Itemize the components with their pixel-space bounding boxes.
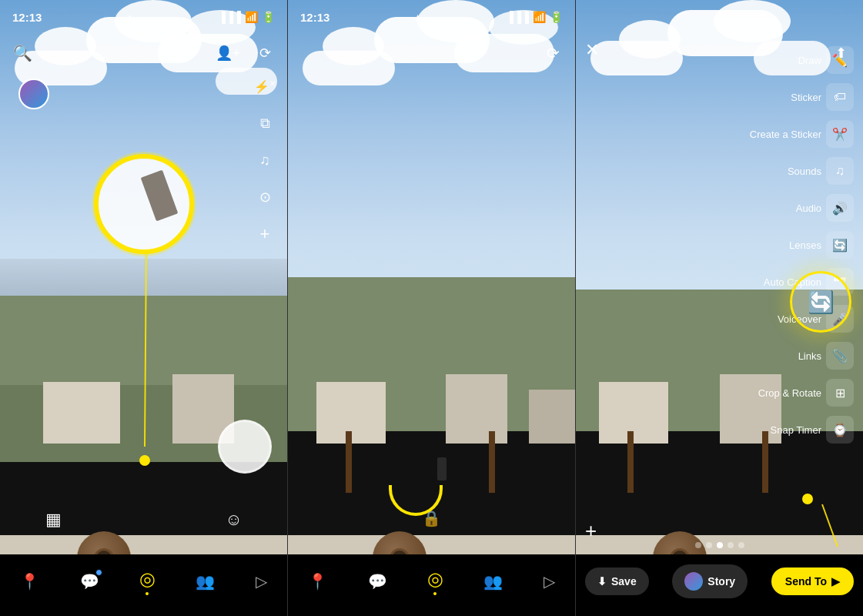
camera-icon-1: ◎ xyxy=(139,568,156,590)
wifi-icon-1: 📶 xyxy=(245,11,258,23)
create-sticker-tool-item[interactable]: Create a Sticker ✂️ xyxy=(750,116,857,152)
add-friend-button[interactable]: 👤+ xyxy=(215,40,241,66)
nav-chat-2[interactable]: 💬 xyxy=(368,572,387,591)
lenses-icon-box: 🔄 xyxy=(826,231,854,259)
music-button[interactable]: ♫ xyxy=(252,147,278,173)
crop-rotate-tool-item[interactable]: Crop & Rotate ⊞ xyxy=(750,375,857,410)
music-icon: ♫ xyxy=(259,152,270,169)
link-icon: 📎 xyxy=(832,349,848,363)
location-arrow-2: ▲ xyxy=(413,12,423,22)
rotate-button-1[interactable]: ⟳ xyxy=(252,40,278,66)
pagination-dots xyxy=(695,542,744,548)
links-icon-box: 📎 xyxy=(826,342,854,370)
nav-camera-2[interactable]: ◎ xyxy=(427,568,443,595)
gallery-button[interactable]: ▦ xyxy=(41,507,67,533)
story-button[interactable]: Story xyxy=(672,564,748,598)
sounds-icon: ♫ xyxy=(835,164,845,178)
dot-5 xyxy=(738,542,744,548)
timer-icon: ⌚ xyxy=(832,423,848,437)
sendto-button[interactable]: Send To ▶ xyxy=(771,567,854,595)
nav-friends-2[interactable]: 👥 xyxy=(483,572,503,591)
friends-icon-2: 👥 xyxy=(483,572,503,591)
nav-location-2[interactable]: 📍 xyxy=(308,572,327,591)
profile-icon-2: ▷ xyxy=(544,572,555,591)
camera-flip-button[interactable]: ⊙ xyxy=(252,184,278,210)
chat-icon-2: 💬 xyxy=(368,572,387,591)
emoji-button[interactable]: ☺ xyxy=(221,507,247,533)
camera-flip-icon: ⊙ xyxy=(259,189,271,206)
flash-button[interactable]: ⚡✕ xyxy=(252,73,278,99)
rotate-button-2[interactable]: ⟳ xyxy=(540,40,566,66)
status-icons-2: ▐▐▐ 📶 🔋 xyxy=(506,11,563,23)
draw-tool-item[interactable]: Draw ✏️ xyxy=(750,42,857,78)
draw-icon: ✏️ xyxy=(832,53,848,68)
camera-icon-2: ◎ xyxy=(427,568,443,590)
plus-button-right[interactable]: + xyxy=(252,221,278,247)
filters-button[interactable]: ⧉ xyxy=(252,110,278,136)
battery-icon-1: 🔋 xyxy=(262,11,275,23)
panel3-bottom-bar: ⬇ Save Story Send To ▶ xyxy=(576,554,863,616)
links-label: Links xyxy=(798,350,821,362)
location-icon-2: 📍 xyxy=(308,572,327,591)
nav-profile-1[interactable]: ▷ xyxy=(256,572,267,591)
friends-icon-1: 👥 xyxy=(196,572,215,591)
close-button[interactable]: ✕ xyxy=(585,40,599,60)
camera-active-dot xyxy=(146,592,149,595)
dot-4 xyxy=(728,542,734,548)
search-button[interactable]: 🔍 xyxy=(9,40,35,66)
capture-button[interactable] xyxy=(218,420,272,474)
lenses-tool-item[interactable]: Lenses 🔄 xyxy=(750,227,857,263)
audio-tool-item[interactable]: Audio 🔊 xyxy=(750,190,857,226)
tools-panel: Draw ✏️ Sticker 🏷 Create a Sticker ✂️ So… xyxy=(750,42,857,447)
bottom-nav-1: 📍 💬 ◎ 👥 ▷ xyxy=(0,554,287,616)
avatar[interactable] xyxy=(18,79,49,109)
camera-active-dot-2 xyxy=(433,592,437,595)
bottom-nav-2: 📍 💬 ◎ 👥 ▷ xyxy=(288,554,575,616)
sounds-label: Sounds xyxy=(788,166,821,177)
panel-fullview: 12:13 ▲ ▐▐▐ 📶 🔋 ⟳ 🔒 📍 💬 ◎ 👥 ▷ xyxy=(288,0,575,616)
story-label: Story xyxy=(707,575,735,588)
plus-icon: + xyxy=(260,224,270,244)
sticker-icon: 🏷 xyxy=(834,90,846,104)
sticker-label: Sticker xyxy=(791,92,821,103)
sendto-arrow-icon: ▶ xyxy=(831,575,840,588)
nav-location-1[interactable]: 📍 xyxy=(20,572,39,591)
save-button[interactable]: ⬇ Save xyxy=(585,567,649,595)
snap-timer-label: Snap Timer xyxy=(771,424,821,436)
panel-camera: 12:13 ▲ ▐▐▐ 📶 🔋 🔍 👤+ ⟳ ⚡✕ ⧉ ♫ ⊙ + xyxy=(0,0,287,616)
signal-bars-1: ▐▐▐ xyxy=(218,11,241,23)
status-bar-2: 12:13 ▲ ▐▐▐ 📶 🔋 xyxy=(288,0,575,34)
signal-bars-2: ▐▐▐ xyxy=(506,11,529,23)
viewfinder-dot xyxy=(139,455,150,466)
save-label: Save xyxy=(611,575,637,588)
time-1: 12:13 xyxy=(12,11,42,24)
plus-button-panel3[interactable]: + xyxy=(585,519,597,543)
close-icon: ✕ xyxy=(585,40,599,59)
nav-profile-2[interactable]: ▷ xyxy=(544,572,555,591)
dot-3 xyxy=(717,542,723,548)
sticker-icon-box: 🏷 xyxy=(826,83,854,111)
wifi-icon-2: 📶 xyxy=(533,11,546,23)
sticker-tool-item[interactable]: Sticker 🏷 xyxy=(750,79,857,115)
plus-icon-panel3: + xyxy=(585,519,597,542)
snap-timer-tool-item[interactable]: Snap Timer ⌚ xyxy=(750,412,857,447)
snap-timer-icon-box: ⌚ xyxy=(826,416,854,444)
draw-label: Draw xyxy=(798,55,821,66)
sounds-tool-item[interactable]: Sounds ♫ xyxy=(750,153,857,189)
status-bar-1: 12:13 ▲ ▐▐▐ 📶 🔋 xyxy=(0,0,287,34)
time-2: 12:13 xyxy=(300,11,329,24)
links-tool-item[interactable]: Links 📎 xyxy=(750,338,857,373)
create-sticker-label: Create a Sticker xyxy=(750,129,821,140)
create-sticker-icon-box: ✂️ xyxy=(826,120,854,148)
nav-chat-1[interactable]: 💬 xyxy=(80,572,99,591)
nav-friends-1[interactable]: 👥 xyxy=(196,572,215,591)
fence-2 xyxy=(288,535,575,554)
lenses-label: Lenses xyxy=(789,239,821,251)
crop-rotate-label: Crop & Rotate xyxy=(758,387,821,399)
story-avatar xyxy=(684,572,703,591)
chat-icon-1: 💬 xyxy=(80,572,99,591)
lenses-highlight-circle[interactable]: 🔄 xyxy=(790,271,851,333)
location-arrow-1: ▲ xyxy=(125,12,135,22)
profile-icon-1: ▷ xyxy=(256,572,267,591)
nav-camera-1[interactable]: ◎ xyxy=(139,568,156,595)
